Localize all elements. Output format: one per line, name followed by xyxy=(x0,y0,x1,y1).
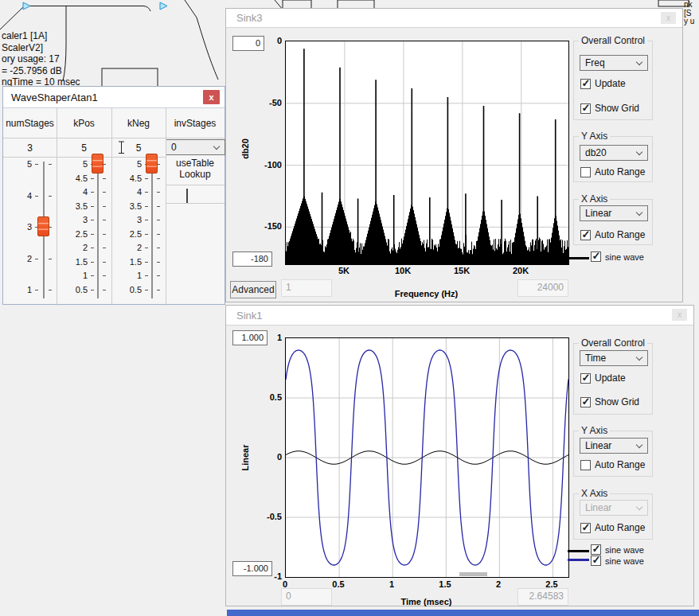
close-button[interactable]: x xyxy=(203,90,220,104)
checkbox-label: Auto Range xyxy=(595,459,645,470)
y-tick-label: -50 xyxy=(247,98,282,107)
tick-mark xyxy=(91,262,94,263)
x-tick-label: 5K xyxy=(328,266,360,275)
y-auto-range-checkbox[interactable]: ✓ Auto Range xyxy=(580,166,645,177)
close-icon[interactable]: x xyxy=(672,309,687,321)
slider-tick-label: 1.5 xyxy=(62,257,88,267)
show-grid-checkbox[interactable]: ✓ Show Grid xyxy=(580,103,639,114)
sink3-titlebar[interactable]: Sink3 xyxy=(226,9,682,28)
advanced-button[interactable]: Advanced xyxy=(230,281,276,298)
x-tick-label: 1.5 xyxy=(429,579,461,589)
tick-mark xyxy=(103,220,106,220)
y-min-field[interactable]: -180 xyxy=(232,251,272,267)
slider-tick-label: 4 xyxy=(62,187,88,197)
legend-checkbox[interactable]: ✓ sine wave xyxy=(591,251,644,262)
tick-mark xyxy=(157,262,160,263)
tick-mark xyxy=(49,259,52,259)
slider-track[interactable] xyxy=(97,162,99,298)
slider-tick-label: 1.5 xyxy=(116,257,142,267)
sink1-titlebar[interactable]: Sink1 xyxy=(226,306,693,326)
column-header: kNeg xyxy=(111,108,166,138)
tick-mark xyxy=(103,290,106,290)
y-axis-dropdown[interactable]: Linear xyxy=(580,438,648,454)
group-title: Y Axis xyxy=(579,425,610,436)
spectrum-plot[interactable] xyxy=(285,41,569,265)
x-auto-range-checkbox[interactable]: ✓ Auto Range xyxy=(580,522,645,533)
x-tick-label: 0.5 xyxy=(322,579,354,589)
legend-line xyxy=(568,559,589,561)
tick-mark xyxy=(49,164,52,165)
tick-mark xyxy=(91,248,94,248)
y-tick-label: 0 xyxy=(247,36,282,45)
slider-tick-label: 4 xyxy=(116,187,142,197)
slider-tick-label: 3 xyxy=(62,215,88,224)
overall-control-group: Overall Control Freq ✓ Update ✓ Show Gri… xyxy=(573,41,653,120)
scrollbar-thumb[interactable] xyxy=(459,572,487,576)
tick-mark xyxy=(91,206,94,207)
tick-mark xyxy=(145,192,148,193)
checkbox-label: Update xyxy=(595,372,626,384)
y-auto-range-checkbox[interactable]: ✓ Auto Range xyxy=(580,459,645,470)
slider-handle[interactable] xyxy=(146,154,158,173)
usetable-checkbox[interactable]: ✓ xyxy=(186,189,188,204)
x-axis-group: X Axis Linear ✓ Auto Range xyxy=(573,493,653,540)
tick-mark xyxy=(157,206,160,207)
group-title: X Axis xyxy=(579,193,610,205)
tick-mark xyxy=(103,206,106,207)
column-header: kPos xyxy=(57,108,111,138)
tick-mark xyxy=(145,220,148,220)
time-plot[interactable] xyxy=(285,337,569,578)
x-max-field[interactable]: 24000 xyxy=(517,279,568,297)
numstages-value[interactable]: 3 xyxy=(3,138,57,158)
invstages-dropdown[interactable]: 0 xyxy=(166,139,225,155)
chevron-down-icon xyxy=(636,58,642,64)
tick-mark xyxy=(145,206,148,207)
slider-tick-label: 2.5 xyxy=(62,229,88,239)
slider-tick-label: 0.5 xyxy=(116,285,142,294)
group-title: X Axis xyxy=(579,488,610,499)
legend-label: sine wave xyxy=(605,545,644,555)
close-icon[interactable]: x xyxy=(661,12,676,24)
dropdown-value: 0 xyxy=(171,142,177,153)
tick-mark xyxy=(145,234,148,235)
text-cursor-icon xyxy=(118,141,125,154)
overall-control-dropdown[interactable]: Time xyxy=(580,350,648,366)
window-title: Sink1 xyxy=(236,310,263,322)
chevron-down-icon xyxy=(213,142,220,149)
update-checkbox[interactable]: ✓ Update xyxy=(580,372,626,384)
show-grid-checkbox[interactable]: ✓ Show Grid xyxy=(580,396,639,407)
x-tick-label: 15K xyxy=(446,266,478,275)
y-axis-group: Y Axis Linear ✓ Auto Range xyxy=(573,431,653,477)
waveshaper-dialog: WaveShaperAtan1 x numStages kPos kNeg in… xyxy=(2,86,225,305)
tick-mark xyxy=(145,262,148,263)
dropdown-value: Linear xyxy=(585,502,611,513)
slider-track[interactable] xyxy=(151,162,153,298)
dialog-titlebar[interactable]: WaveShaperAtan1 xyxy=(3,87,225,108)
divider xyxy=(166,203,225,204)
tick-mark xyxy=(91,234,94,235)
overall-control-dropdown[interactable]: Freq xyxy=(580,55,648,71)
tick-mark xyxy=(103,248,106,248)
tick-mark xyxy=(35,259,38,259)
x-max-field[interactable]: 2.64583 xyxy=(517,588,568,606)
checkbox-label: Auto Range xyxy=(595,522,645,533)
tick-mark xyxy=(145,275,148,276)
y-axis-dropdown[interactable]: db20 xyxy=(580,145,648,161)
tick-mark xyxy=(157,178,160,179)
legend-line xyxy=(568,257,589,259)
y-tick-label: -150 xyxy=(247,221,282,231)
slider-handle[interactable] xyxy=(37,216,49,236)
slider-handle[interactable] xyxy=(92,154,103,173)
slider-tick-label: 4.5 xyxy=(62,173,88,183)
slider-tick-label: 5 xyxy=(62,159,88,169)
update-checkbox[interactable]: ✓ Update xyxy=(580,78,626,89)
slider-tick-label: 2.5 xyxy=(116,229,142,239)
x-auto-range-checkbox[interactable]: ✓ Auto Range xyxy=(580,229,645,240)
tick-mark xyxy=(157,192,160,193)
tick-mark xyxy=(35,290,38,290)
x-axis-dropdown[interactable]: Linear xyxy=(580,205,648,221)
slider-tick-label: 4 xyxy=(6,191,32,201)
column-header: invStages xyxy=(166,108,225,138)
legend-checkbox[interactable]: ✓ sine wave xyxy=(591,556,644,566)
y-tick-label: -1 xyxy=(247,571,282,581)
